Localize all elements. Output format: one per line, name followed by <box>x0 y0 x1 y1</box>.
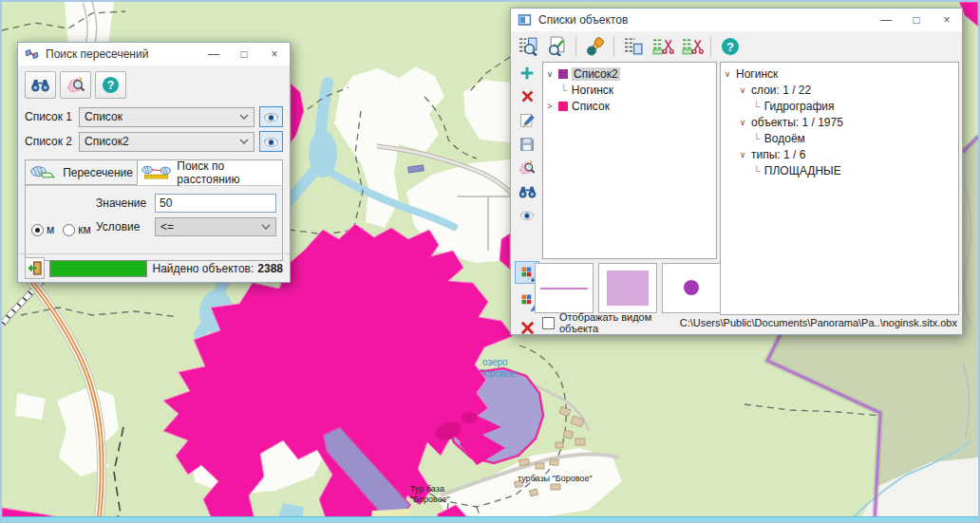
found-objects-status: Найдено объектов:2388 <box>152 262 283 275</box>
save-floppy-icon <box>519 137 535 152</box>
found-objects-count: 2388 <box>257 262 283 275</box>
minimize-button[interactable]: — <box>198 43 229 65</box>
area-symbol-icon <box>602 267 653 309</box>
expanded-arrow-icon[interactable]: ∨ <box>545 69 555 79</box>
tab-distance-search[interactable]: Поиск по расстоянию <box>137 159 283 185</box>
intersection-toolbar <box>18 65 290 103</box>
intersection-window-icon <box>25 47 39 61</box>
tree-leaf-areal[interactable]: └ ПЛОЩАДНЫЕ <box>723 162 956 178</box>
list1-row: Список 1 Список <box>25 106 283 127</box>
collapsed-arrow-icon[interactable]: > <box>545 102 555 111</box>
select-list-button[interactable] <box>619 34 647 59</box>
display-by-view-checkbox[interactable] <box>542 317 555 329</box>
tree-node-label: объекты: 1 / 1975 <box>751 116 843 129</box>
maximize-button[interactable]: □ <box>229 43 259 65</box>
expanded-arrow-icon[interactable]: ∨ <box>738 85 747 95</box>
object-lists-window: Списки объектов — □ × <box>510 8 963 335</box>
show-button[interactable] <box>516 206 538 224</box>
exit-button[interactable] <box>25 257 45 279</box>
point-symbol-icon <box>666 267 717 309</box>
find-document-icon <box>546 36 568 56</box>
unit-kilometers-radio[interactable] <box>63 224 75 236</box>
list1-visibility-button[interactable] <box>259 106 283 127</box>
list-color-swatch <box>558 102 568 111</box>
save-list-button[interactable] <box>516 135 538 153</box>
list2-combobox[interactable]: Список2 <box>79 132 254 152</box>
value-row: Значение 50 <box>96 194 276 213</box>
tree-node-objects[interactable]: ∨ объекты: 1 / 1975 <box>723 114 956 130</box>
help-icon <box>102 76 120 94</box>
highlight-button[interactable] <box>581 34 609 59</box>
intersection-search-window: Поиск пересечений — □ × Список 1 Список <box>17 42 291 283</box>
application-window: озеро Боровое <box>0 0 980 523</box>
list1-value: Список <box>85 110 122 123</box>
condition-row: Условие <= <box>96 217 276 236</box>
binoculars-icon <box>29 78 51 92</box>
camp-label-line2: "Боровое" <box>410 495 450 504</box>
tree-root-noginsk[interactable]: ∨ Ногинск <box>723 65 956 82</box>
list-item-noginsk[interactable]: └ Ногинск <box>545 82 714 98</box>
tree-leaf-hydrography[interactable]: └ Гидрография <box>723 98 956 114</box>
distance-parameters-panel: м км Значение 50 Условие <= <box>25 185 283 261</box>
tree-leaf-label: Гидрография <box>764 100 835 113</box>
edit-list-button[interactable] <box>516 111 538 129</box>
area-search-button[interactable] <box>516 159 538 177</box>
search-button[interactable] <box>25 71 56 99</box>
clear-view-button[interactable] <box>515 316 539 339</box>
unit-meters-radio[interactable] <box>31 224 44 236</box>
tree-branch-line: └ <box>753 101 761 112</box>
symbol-previews <box>535 263 721 313</box>
object-lists-titlebar[interactable]: Списки объектов — □ × <box>511 9 962 31</box>
area-search-button[interactable] <box>60 71 91 99</box>
exit-door-icon <box>26 260 44 276</box>
lake-label-line1: озеро <box>482 357 508 367</box>
expanded-arrow-icon[interactable]: ∨ <box>738 118 747 127</box>
find-in-list-button[interactable] <box>514 34 541 59</box>
cut-list-alt-button[interactable] <box>678 34 706 59</box>
expanded-arrow-icon[interactable]: ∨ <box>723 69 732 79</box>
cut-list-button[interactable] <box>649 34 676 59</box>
area-search-icon <box>518 159 536 177</box>
tree-node-types[interactable]: ∨ типы: 1 / 6 <box>723 146 956 162</box>
list-item-label: Список <box>572 100 610 113</box>
lists-tree-panel[interactable]: ∨ Список2 └ Ногинск > Список <box>542 62 717 259</box>
help-icon <box>721 37 740 56</box>
list1-combobox[interactable]: Список <box>79 107 254 127</box>
toolbar-separator <box>710 36 711 57</box>
list-item-spisok[interactable]: > Список <box>545 98 714 114</box>
tree-leaf-reservoir[interactable]: └ Водоём <box>723 130 956 146</box>
expanded-arrow-icon[interactable]: ∨ <box>738 150 747 159</box>
find-object-button[interactable] <box>543 34 571 59</box>
display-by-view-label: Отображать видом объекта <box>559 311 680 334</box>
add-list-button[interactable] <box>516 64 538 82</box>
intersection-tab-icon <box>29 164 57 180</box>
tree-node-label: типы: 1 / 6 <box>751 148 805 161</box>
close-button[interactable]: × <box>259 43 290 65</box>
point-symbol-preview[interactable] <box>662 263 721 313</box>
area-symbol-preview[interactable] <box>598 263 657 313</box>
progress-bar <box>49 260 147 277</box>
tab-intersection[interactable]: Пересечение <box>25 159 137 185</box>
list2-value: Список2 <box>85 135 129 148</box>
selection-summary-panel[interactable]: ∨ Ногинск ∨ слои: 1 / 22 └ Гидрография ∨… <box>720 62 959 315</box>
camp-label-line1: Тур база <box>410 484 444 494</box>
list-color-swatch <box>558 69 568 79</box>
edit-pencil-icon <box>519 112 536 128</box>
value-label: Значение <box>96 196 155 210</box>
minimize-button[interactable]: — <box>871 9 901 31</box>
maximize-button[interactable]: □ <box>901 9 932 31</box>
help-button[interactable] <box>95 71 126 99</box>
tree-node-layers[interactable]: ∨ слои: 1 / 22 <box>723 82 956 98</box>
close-button[interactable]: × <box>932 9 962 31</box>
list2-visibility-button[interactable] <box>259 131 283 152</box>
help-button[interactable] <box>716 34 744 59</box>
value-input[interactable]: 50 <box>155 194 276 213</box>
delete-list-button[interactable] <box>516 87 538 105</box>
intersection-titlebar[interactable]: Поиск пересечений — □ × <box>18 43 290 65</box>
tree-lea f-label: ПЛОЩАДНЫЕ <box>764 164 841 177</box>
line-symbol-icon <box>538 284 590 293</box>
list-item-spisok2[interactable]: ∨ Список2 <box>545 65 714 82</box>
line-symbol-preview[interactable] <box>535 263 594 313</box>
condition-combobox[interactable]: <= <box>155 217 276 236</box>
find-button[interactable] <box>516 182 538 200</box>
